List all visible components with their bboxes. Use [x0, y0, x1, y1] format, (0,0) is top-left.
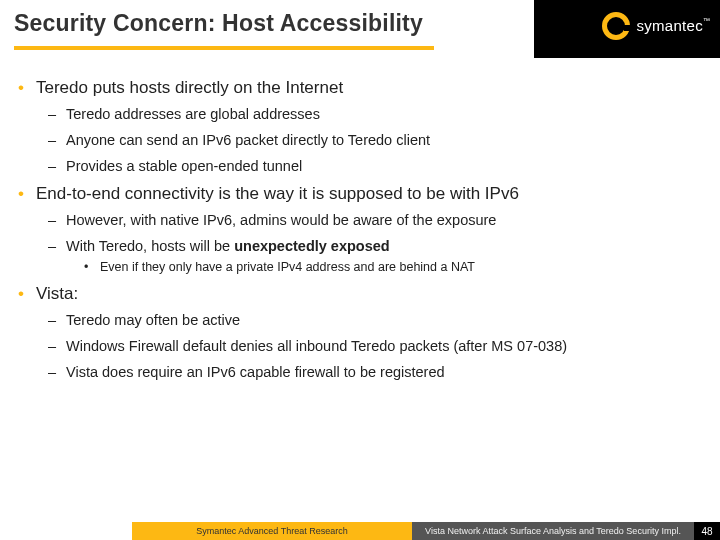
bullet-item: End-to-end connectivity is the way it is… [18, 184, 702, 274]
sub-item: With Teredo, hosts will be unexpectedly … [48, 238, 702, 274]
sub-item: Teredo may often be active [48, 312, 702, 328]
sub-text: Anyone can send an IPv6 packet directly … [66, 132, 430, 148]
brand-logo: symantec™ [602, 12, 710, 40]
sub-text-bold: unexpectedly exposed [234, 238, 390, 254]
sub-text: Provides a stable open-ended tunnel [66, 158, 302, 174]
bullet-item: Teredo puts hosts directly on the Intern… [18, 78, 702, 174]
title-underline [14, 46, 434, 50]
sub-item: Windows Firewall default denies all inbo… [48, 338, 702, 354]
subsub-text: Even if they only have a private IPv4 ad… [100, 260, 475, 274]
sub-list: However, with native IPv6, admins would … [48, 212, 702, 274]
sub-text: Windows Firewall default denies all inbo… [66, 338, 567, 354]
sub-text: Teredo addresses are global addresses [66, 106, 320, 122]
sub-text-a: With Teredo, hosts will be [66, 238, 234, 254]
bullet-text: End-to-end connectivity is the way it is… [36, 184, 519, 204]
trademark: ™ [703, 17, 710, 24]
brand-text: symantec™ [636, 17, 710, 35]
sub-item: Anyone can send an IPv6 packet directly … [48, 132, 702, 148]
sub-text: Vista does require an IPv6 capable firew… [66, 364, 445, 380]
brand-name: symantec [636, 17, 703, 34]
slide-title: Security Concern: Host Accessibility [14, 10, 423, 37]
sub-list: Teredo may often be active Windows Firew… [48, 312, 702, 380]
footer: Symantec Advanced Threat Research Vista … [0, 522, 720, 540]
header: Security Concern: Host Accessibility sym… [0, 0, 720, 58]
slide-body: Teredo puts hosts directly on the Intern… [0, 58, 720, 380]
subsub-item: Even if they only have a private IPv4 ad… [84, 260, 702, 274]
bullet-text: Vista: [36, 284, 78, 304]
bullet-list: Teredo puts hosts directly on the Intern… [18, 78, 702, 380]
sub-item: However, with native IPv6, admins would … [48, 212, 702, 228]
subsub-list: Even if they only have a private IPv4 ad… [84, 260, 702, 274]
ring-icon [602, 12, 630, 40]
slide: Security Concern: Host Accessibility sym… [0, 0, 720, 540]
sub-item: Vista does require an IPv6 capable firew… [48, 364, 702, 380]
footer-left: Symantec Advanced Threat Research [132, 522, 412, 540]
bullet-item: Vista: Teredo may often be active Window… [18, 284, 702, 380]
sub-text: However, with native IPv6, admins would … [66, 212, 496, 228]
sub-item: Teredo addresses are global addresses [48, 106, 702, 122]
bullet-text: Teredo puts hosts directly on the Intern… [36, 78, 343, 98]
page-number: 48 [694, 522, 720, 540]
footer-right: Vista Network Attack Surface Analysis an… [412, 522, 694, 540]
sub-list: Teredo addresses are global addresses An… [48, 106, 702, 174]
sub-item: Provides a stable open-ended tunnel [48, 158, 702, 174]
sub-text: Teredo may often be active [66, 312, 240, 328]
footer-spacer [0, 522, 132, 540]
